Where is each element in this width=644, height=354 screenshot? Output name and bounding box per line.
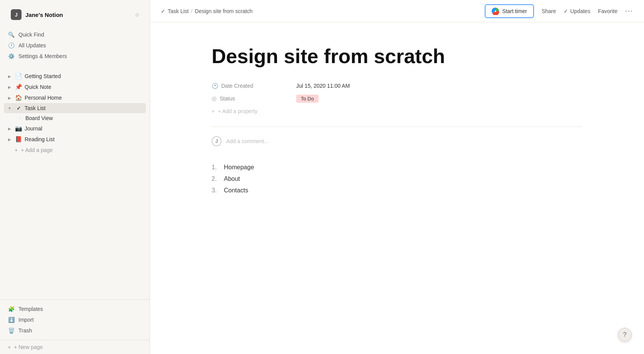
sidebar-pages: ▶ 📄 Getting Started ▶ 📌 Quick Note ▶ 🏠 P… bbox=[0, 69, 150, 299]
favorite-button[interactable]: Favorite bbox=[598, 8, 617, 14]
check-icon: ✓ bbox=[564, 8, 568, 14]
dot-icon: · bbox=[18, 115, 23, 121]
property-row-date-created: 🕐 Date Created Jul 15, 2020 11:00 AM bbox=[212, 80, 582, 92]
topbar-actions: Start timer Share ✓ Updates Favorite ··· bbox=[485, 4, 633, 18]
sidebar-item-getting-started[interactable]: ▶ 📄 Getting Started bbox=[4, 71, 146, 82]
list-number: 2. bbox=[212, 175, 219, 182]
page-icon: 📌 bbox=[15, 83, 22, 90]
share-button[interactable]: Share bbox=[542, 8, 556, 14]
sidebar-item-label: Trash bbox=[18, 327, 32, 334]
templates-icon: 🧩 bbox=[8, 306, 15, 312]
workspace-chevron-icon: ◇ bbox=[135, 12, 139, 17]
new-page-button[interactable]: + + New page bbox=[0, 340, 150, 354]
page-label: Task List bbox=[25, 105, 45, 111]
page-label: Getting Started bbox=[25, 73, 61, 79]
property-row-status: ◎ Status To Do bbox=[212, 92, 582, 105]
list-item: 1. Homepage bbox=[212, 162, 582, 173]
help-label: ? bbox=[623, 331, 627, 338]
sidebar-item-trash[interactable]: 🗑️ Trash bbox=[4, 325, 146, 336]
new-page-label: + New page bbox=[14, 344, 43, 350]
workspace-icon: J bbox=[11, 9, 22, 20]
import-icon: ⬇️ bbox=[8, 317, 15, 323]
list-item: 2. About bbox=[212, 173, 582, 185]
comment-placeholder: Add a comment... bbox=[226, 138, 269, 144]
check-icon: ✓ bbox=[161, 8, 165, 14]
breadcrumb: ✓ Task List / Design site from scratch bbox=[161, 8, 480, 14]
page-title: Design site from scratch bbox=[212, 45, 582, 67]
page-label: Reading List bbox=[25, 136, 55, 142]
list-item-text: About bbox=[224, 175, 240, 182]
sidebar-item-settings[interactable]: ⚙️ Settings & Members bbox=[4, 51, 146, 62]
date-created-label: Date Created bbox=[221, 83, 253, 89]
properties-section: 🕐 Date Created Jul 15, 2020 11:00 AM ◎ S… bbox=[212, 80, 582, 117]
svg-point-1 bbox=[495, 10, 496, 12]
list-item-text: Contacts bbox=[224, 187, 248, 194]
sidebar-item-label: Templates bbox=[18, 306, 43, 312]
breadcrumb-separator: / bbox=[191, 8, 192, 14]
page-label: Personal Home bbox=[25, 95, 62, 101]
main-content: ✓ Task List / Design site from scratch S… bbox=[150, 0, 644, 354]
start-timer-label: Start timer bbox=[502, 8, 527, 14]
chevron-right-icon: ▶ bbox=[7, 127, 12, 131]
user-avatar: J bbox=[212, 136, 222, 146]
page-icon: ✓ bbox=[15, 105, 22, 111]
help-button[interactable]: ? bbox=[618, 328, 632, 342]
more-options-button[interactable]: ··· bbox=[625, 7, 633, 15]
chevron-right-icon: ▶ bbox=[7, 85, 12, 89]
page-label: Board View bbox=[25, 115, 53, 121]
plus-icon: + bbox=[8, 344, 11, 350]
property-key-status: ◎ Status bbox=[212, 95, 296, 102]
workspace-name: Jane's Notion bbox=[25, 12, 132, 18]
sidebar-item-board-view[interactable]: · Board View bbox=[4, 113, 146, 123]
timer-icon bbox=[492, 7, 499, 15]
search-icon: 🔍 bbox=[8, 32, 15, 38]
sidebar-item-import[interactable]: ⬇️ Import bbox=[4, 314, 146, 325]
content-list: 1. Homepage 2. About 3. Contacts bbox=[212, 162, 582, 196]
sidebar-item-label: Import bbox=[18, 317, 34, 323]
status-label: Status bbox=[220, 95, 235, 102]
sidebar-item-personal-home[interactable]: ▶ 🏠 Personal Home bbox=[4, 92, 146, 103]
breadcrumb-current: Design site from scratch bbox=[195, 8, 252, 14]
page-icon: 📷 bbox=[15, 125, 22, 132]
add-property-label: + Add a property bbox=[218, 108, 257, 114]
breadcrumb-parent[interactable]: Task List bbox=[168, 8, 189, 14]
updates-label: Updates bbox=[570, 8, 590, 14]
status-value[interactable]: To Do bbox=[296, 95, 319, 102]
sidebar-nav: 🔍 Quick Find 🕐 All Updates ⚙️ Settings &… bbox=[0, 26, 150, 65]
plus-icon: + bbox=[15, 147, 18, 153]
add-page-button[interactable]: + + Add a page bbox=[8, 145, 142, 155]
sidebar-item-quick-find[interactable]: 🔍 Quick Find bbox=[4, 29, 146, 40]
list-item-text: Homepage bbox=[224, 164, 254, 171]
date-created-value[interactable]: Jul 15, 2020 11:00 AM bbox=[296, 83, 350, 89]
chevron-down-icon: ▼ bbox=[7, 106, 12, 110]
sidebar-item-journal[interactable]: ▶ 📷 Journal bbox=[4, 123, 146, 134]
page-content: Design site from scratch 🕐 Date Created … bbox=[150, 22, 644, 354]
clock-icon: 🕐 bbox=[212, 83, 218, 89]
sidebar-item-label: All Updates bbox=[18, 42, 46, 48]
list-number: 1. bbox=[212, 164, 219, 171]
page-icon: 🏠 bbox=[15, 94, 22, 101]
page-icon: 📄 bbox=[15, 73, 22, 80]
sidebar-item-label: Quick Find bbox=[18, 32, 44, 38]
gear-icon: ⚙️ bbox=[8, 53, 15, 59]
plus-icon: + bbox=[212, 108, 215, 114]
add-page-label: + Add a page bbox=[21, 147, 53, 153]
page-icon: 📕 bbox=[15, 136, 22, 143]
content-divider bbox=[212, 127, 582, 127]
start-timer-button[interactable]: Start timer bbox=[485, 4, 534, 18]
status-badge: To Do bbox=[296, 95, 319, 103]
sidebar: J Jane's Notion ◇ 🔍 Quick Find 🕐 All Upd… bbox=[0, 0, 150, 354]
sidebar-item-all-updates[interactable]: 🕐 All Updates bbox=[4, 40, 146, 51]
list-item: 3. Contacts bbox=[212, 185, 582, 196]
sidebar-item-quick-note[interactable]: ▶ 📌 Quick Note bbox=[4, 82, 146, 92]
add-comment-row[interactable]: J Add a comment... bbox=[212, 133, 582, 149]
updates-button[interactable]: ✓ Updates bbox=[564, 8, 590, 14]
chevron-right-icon: ▶ bbox=[7, 96, 12, 100]
sidebar-item-task-list[interactable]: ▼ ✓ Task List bbox=[4, 103, 146, 113]
trash-icon: 🗑️ bbox=[8, 327, 15, 334]
status-icon: ◎ bbox=[212, 95, 217, 102]
sidebar-item-templates[interactable]: 🧩 Templates bbox=[4, 304, 146, 314]
sidebar-item-reading-list[interactable]: ▶ 📕 Reading List bbox=[4, 134, 146, 145]
add-property-button[interactable]: + + Add a property bbox=[212, 105, 582, 117]
workspace-selector[interactable]: J Jane's Notion ◇ bbox=[8, 7, 142, 22]
